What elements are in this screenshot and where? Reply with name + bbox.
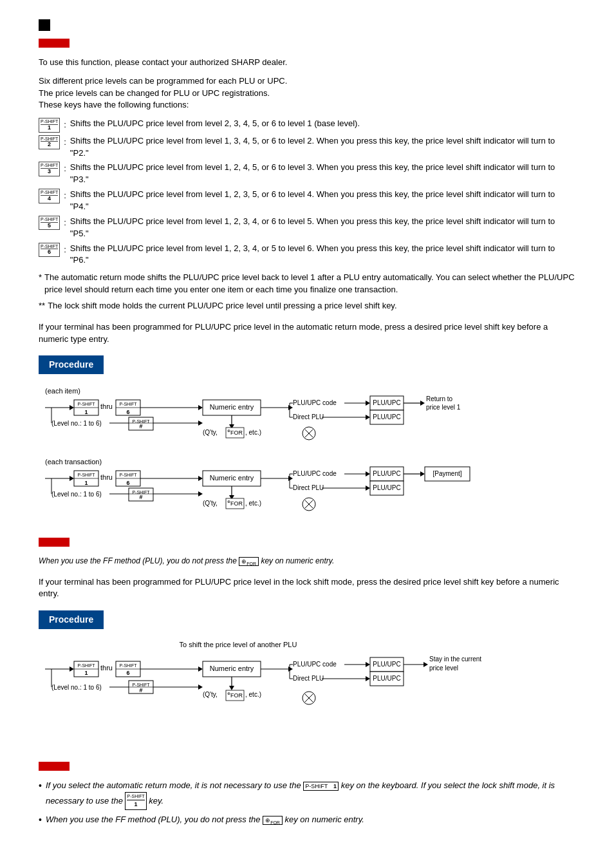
pshift-key-4: P-SHIFT 4 [39,189,60,203]
intro-line3: The price levels can be changed for PLU … [39,88,270,98]
svg-marker-48 [198,476,203,481]
svg-marker-37 [70,476,74,481]
svg-text:6: 6 [126,480,129,486]
svg-marker-24 [420,401,425,406]
svg-text:(Q'ty,: (Q'ty, [203,691,218,698]
svg-marker-70 [366,486,370,491]
svg-text:1: 1 [84,670,88,676]
intro-lines: Six different price levels can be progra… [39,75,575,112]
svg-text:PLU/UPC: PLU/UPC [373,661,400,668]
svg-text:Numeric entry: Numeric entry [210,403,254,411]
svg-text:price level: price level [429,665,458,672]
svg-text:P-SHIFT: P-SHIFT [119,473,137,477]
svg-text:Numeric entry: Numeric entry [210,665,254,672]
svg-text:Direct PLU: Direct PLU [293,484,324,491]
pshift-row-5: P-SHIFT 5 : Shifts the PLU/UPC price lev… [39,216,575,240]
diagram1: (each item) P-SHIFT 1 thru P-SHIFT 6 Num… [39,382,575,534]
svg-marker-85 [198,420,203,426]
svg-text:1: 1 [84,480,88,486]
svg-text:Return to: Return to [426,395,453,402]
pshift-row-4: P-SHIFT 4 : Shifts the PLU/UPC price lev… [39,189,575,213]
svg-marker-18 [288,405,293,410]
svg-marker-114 [229,686,234,690]
svg-text:(Q'ty,: (Q'ty, [203,429,218,436]
svg-text:6: 6 [126,409,129,415]
svg-text:Direct PLU: Direct PLU [293,413,324,420]
diagram1-svg: (each item) P-SHIFT 1 thru P-SHIFT 6 Num… [39,382,573,530]
pshift-row-3: P-SHIFT 3 : Shifts the PLU/UPC price lev… [39,162,575,186]
black-square-decoration [39,19,50,31]
svg-marker-99 [70,666,74,672]
arrow-head-1 [70,405,74,410]
svg-marker-21 [366,401,370,406]
diagram2-svg: To shift the price level of another PLU … [39,637,573,756]
note-star2: ** The lock shift mode holds the current… [39,300,575,312]
svg-text:P-SHIFT: P-SHIFT [132,683,150,687]
svg-text:PLU/UPC: PLU/UPC [373,413,400,420]
intro-line1: To use this function, please contact you… [39,57,575,69]
svg-text:(Level no.: 1 to 6): (Level no.: 1 to 6) [51,491,102,498]
pshift-key-2: P-SHIFT 2 [39,135,60,150]
svg-text:P-SHIFT: P-SHIFT [77,473,95,477]
note-italic-prefix: When you use the FF method (PLU), you do… [39,556,239,565]
note-star1: * The automatic return mode shifts the P… [39,272,575,296]
svg-text:PLU/UPC: PLU/UPC [373,675,400,682]
svg-text:Stay in the current: Stay in the current [429,656,481,663]
intro-line4: These keys have the following functions: [39,100,189,109]
lock-shift-text: If your terminal has been programmed for… [39,576,575,601]
svg-text:Direct PLU: Direct PLU [293,675,324,682]
bullet-1: • If you select the automatic return mod… [39,780,575,810]
note-italic-suffix: key on numeric entry. [259,556,334,565]
procedure-banner-2: Procedure [39,610,104,628]
svg-text:#: # [139,687,142,693]
procedure-banner-1: Procedure [39,355,104,373]
pshift-desc-6: Shifts the PLU/UPC price level from leve… [70,243,575,267]
svg-text:#: # [139,494,142,500]
pshift-desc-1: Shifts the PLU/UPC price level from leve… [70,118,575,130]
svg-text:PLU/UPC: PLU/UPC [373,399,400,406]
pshift-desc-3: Shifts the PLU/UPC price level from leve… [70,162,575,186]
svg-text:FOR: FOR [230,429,243,436]
svg-text:P-SHIFT: P-SHIFT [119,402,137,406]
svg-text:PLU/UPC: PLU/UPC [373,470,400,477]
svg-marker-128 [423,662,428,667]
svg-marker-121 [288,666,293,672]
svg-text:6: 6 [126,670,129,676]
svg-marker-124 [366,662,370,667]
svg-text:PLU/UPC code: PLU/UPC code [293,661,337,668]
svg-marker-110 [198,666,203,672]
svg-text:, etc.): , etc.) [245,429,261,436]
svg-text:Numeric entry: Numeric entry [210,474,254,482]
svg-text:PLU/UPC code: PLU/UPC code [293,470,337,477]
note-star1-text: The automatic return mode shifts the PLU… [44,272,575,296]
svg-text:price level 1: price level 1 [426,404,461,411]
pshift-row-2: P-SHIFT 2 : Shifts the PLU/UPC price lev… [39,135,575,160]
svg-marker-8 [198,405,203,410]
pshift-key-3: P-SHIFT 3 [39,162,60,176]
svg-text:P-SHIFT: P-SHIFT [77,402,95,406]
auto-return-text: If your terminal has been programmed for… [39,321,575,346]
pshift-key-list: P-SHIFT 1 : Shifts the PLU/UPC price lev… [39,118,575,267]
red-bar-2 [39,538,70,547]
each-transaction-label: (each transaction) [45,458,102,466]
svg-text:, etc.): , etc.) [245,691,261,698]
pshift-key-1: P-SHIFT 1 [39,118,60,133]
svg-marker-133 [366,676,370,681]
red-bar-3 [39,762,70,771]
bullets-section: • If you select the automatic return mod… [39,780,575,826]
pshift-desc-2: Shifts the PLU/UPC price level from leve… [70,135,575,160]
pshift-row-1: P-SHIFT 1 : Shifts the PLU/UPC price lev… [39,118,575,133]
diagram2: To shift the price level of another PLU … [39,637,575,760]
svg-marker-149 [198,684,203,690]
svg-text:FOR: FOR [230,692,243,699]
svg-marker-95 [198,491,203,496]
svg-text:1: 1 [84,409,88,415]
for-key-inline: ⊕FOR [239,557,259,566]
red-bar-decoration [39,39,70,48]
svg-text:[Payment]: [Payment] [433,470,461,477]
svg-text:To shift the price level of an: To shift the price level of another PLU [180,641,297,648]
pshift-key-6: P-SHIFT 6 [39,243,60,258]
svg-marker-59 [288,476,293,481]
svg-text:PLU/UPC: PLU/UPC [373,484,400,491]
bullet-1-text: If you select the automatic return mode,… [46,780,575,810]
